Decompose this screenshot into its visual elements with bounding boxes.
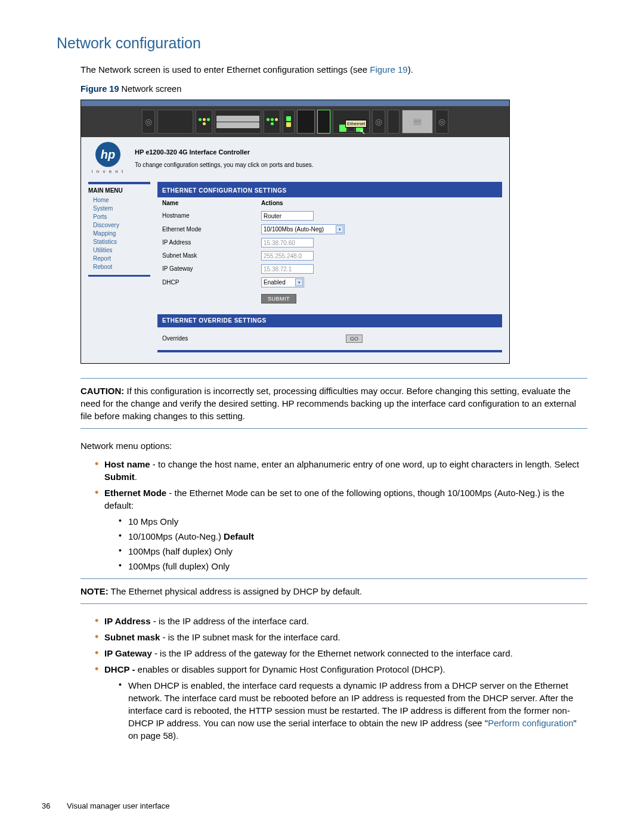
note-block: NOTE: The Ethernet physical address is a… [80, 585, 587, 597]
row-overrides: Overrides GO [157, 327, 502, 350]
row-ip-address: IP Address [157, 236, 502, 249]
perform-config-link[interactable]: Perform configuration [488, 718, 573, 728]
input-ip-address[interactable] [261, 238, 314, 247]
page-header: hp i n v e n t HP e1200-320 4G Interface… [81, 137, 509, 182]
screw-icon: ◎ [372, 110, 385, 134]
submit-button[interactable]: SUBMIT [261, 294, 296, 304]
menu-item-report[interactable]: Report [88, 255, 150, 263]
content-column: ETHERNET CONFIGURATION SETTINGS Name Act… [157, 182, 502, 352]
divider [80, 378, 587, 379]
screw-icon: ◎ [142, 110, 155, 134]
options-list-2: IP Address - is the IP address of the in… [80, 615, 587, 742]
fan-panel: ▒▒ [402, 110, 433, 134]
sub-auto-neg-text: 10/100Mps (Auto-Neg.) [128, 531, 224, 541]
li-hostname-bold: Submit [104, 472, 135, 482]
fc-port-group[interactable] [215, 110, 261, 134]
divider [80, 603, 587, 604]
intro-after: ). [408, 64, 413, 75]
hp-invent-text: i n v e n t [88, 168, 128, 175]
sel-text: 10/100Mbs (Auto-Neg) [264, 225, 324, 234]
label-ip-address: IP Address [162, 239, 261, 247]
divider [80, 428, 587, 429]
device-gap [388, 110, 400, 134]
menu-item-home[interactable]: Home [88, 196, 150, 205]
menu-item-mapping[interactable]: Mapping [88, 230, 150, 238]
select-dhcp[interactable]: Enabled ▾ [261, 277, 304, 287]
input-subnet-mask[interactable] [261, 251, 314, 261]
device-spacer [157, 110, 193, 134]
menu-item-discovery[interactable]: Discovery [88, 221, 150, 230]
label-dhcp: DHCP [162, 278, 261, 287]
li-dhcp: DHCP - enables or disables support for D… [95, 663, 587, 742]
intro-paragraph: The Network screen is used to enter Ethe… [80, 63, 587, 76]
menu-item-reboot[interactable]: Reboot [88, 263, 150, 271]
menu-item-system[interactable]: System [88, 205, 150, 213]
main-menu-title: MAIN MENU [88, 187, 150, 195]
serial-port[interactable] [297, 110, 315, 134]
ss-topbar [81, 100, 509, 106]
label-subnet-mask: Subnet Mask [162, 252, 261, 260]
li-subnet-text: - is the IP subnet mask for the interfac… [160, 632, 340, 642]
page-footer: 36 Visual manager user interface [42, 801, 170, 812]
li-ethmode-lead: Ethernet Mode [104, 488, 166, 498]
mgmt-port[interactable] [317, 110, 330, 134]
row-ip-gateway: IP Gateway [157, 262, 502, 275]
col-name: Name [162, 199, 261, 208]
options-list-1: Host name - to change the host name, ent… [80, 458, 587, 572]
menu-item-utilities[interactable]: Utilities [88, 246, 150, 255]
section-bottom-stripe [157, 350, 502, 352]
footer-title: Visual manager user interface [67, 801, 169, 810]
li-hostname-lead: Host name [104, 459, 150, 469]
eth-override-header: ETHERNET OVERRIDE SETTINGS [157, 314, 502, 327]
dhcp-nested: When DHCP is enabled, the interface card… [104, 679, 587, 742]
menu-item-ports[interactable]: Ports [88, 213, 150, 221]
label-ip-gateway: IP Gateway [162, 265, 261, 273]
device-graphic: ◎ Ethernet ↖ ◎ ▒▒ ◎ [81, 106, 509, 137]
figure-caption: Figure 19 Network screen [80, 83, 587, 95]
figure-text: Network screen [119, 84, 181, 94]
input-ip-gateway[interactable] [261, 264, 314, 274]
li-hostname: Host name - to change the host name, ent… [95, 458, 587, 483]
go-button[interactable]: GO [346, 335, 363, 343]
li-hostname-text: - to change the host name, enter an alph… [150, 459, 580, 469]
menu-item-statistics[interactable]: Statistics [88, 238, 150, 246]
hp-roundel-icon: hp [95, 142, 120, 167]
dhcp-nested-item: When DHCP is enabled, the interface card… [119, 679, 587, 742]
li-hostname-after: . [135, 472, 137, 482]
ethernet-port[interactable]: Ethernet ↖ [333, 110, 370, 134]
li-ethernet-mode: Ethernet Mode - the Ethernet Mode can be… [95, 487, 587, 572]
label-overrides: Overrides [162, 335, 346, 343]
caution-label: CAUTION: [80, 386, 124, 396]
row-hostname: Hostname [157, 209, 502, 222]
li-subnet-lead: Subnet mask [104, 632, 160, 642]
intro-text: The Network screen is used to enter Ethe… [80, 64, 370, 75]
sub-10mps: 10 Mps Only [119, 515, 587, 528]
note-label: NOTE: [80, 586, 109, 596]
li-dhcp-lead: DHCP - [104, 664, 138, 674]
li-gateway-text: - is the IP address of the gateway for t… [152, 648, 513, 658]
instruction-text: To change configuration settings, you ma… [135, 161, 502, 169]
note-text: The Ethernet physical address is assigne… [109, 586, 363, 596]
eth-config-header: ETHERNET CONFIGURATION SETTINGS [157, 184, 502, 197]
sub-default-label: Default [224, 531, 254, 541]
form-header-row: Name Actions [157, 197, 502, 209]
select-ethernet-mode[interactable]: 10/100Mbs (Auto-Neg) ▾ [261, 224, 345, 234]
cursor-icon: ↖ [360, 127, 366, 137]
page-number: 36 [42, 801, 50, 810]
main-menu: MAIN MENU Home System Ports Discovery Ma… [88, 182, 150, 352]
menu-options-intro: Network menu options: [80, 439, 587, 452]
caution-text: If this configuration is incorrectly set… [80, 386, 576, 421]
li-ip-lead: IP Address [104, 616, 151, 626]
li-ip-gateway: IP Gateway - is the IP address of the ga… [95, 647, 587, 659]
network-screenshot: ◎ Ethernet ↖ ◎ ▒▒ ◎ hp i n v e n t [80, 100, 510, 364]
input-hostname[interactable] [261, 211, 314, 221]
screw-icon: ◎ [435, 110, 448, 134]
row-dhcp: DHCP Enabled ▾ [157, 275, 502, 289]
sub-auto-neg: 10/100Mps (Auto-Neg.) Default [119, 530, 587, 543]
ethernet-mode-sublist: 10 Mps Only 10/100Mps (Auto-Neg.) Defaul… [104, 515, 587, 572]
figure-ref-link[interactable]: Figure 19 [370, 64, 407, 75]
row-ethernet-mode: Ethernet Mode 10/100Mbs (Auto-Neg) ▾ [157, 222, 502, 236]
status-leds [283, 110, 295, 134]
caution-note: CAUTION: If this configuration is incorr… [80, 385, 587, 422]
fc-leds [264, 110, 280, 134]
